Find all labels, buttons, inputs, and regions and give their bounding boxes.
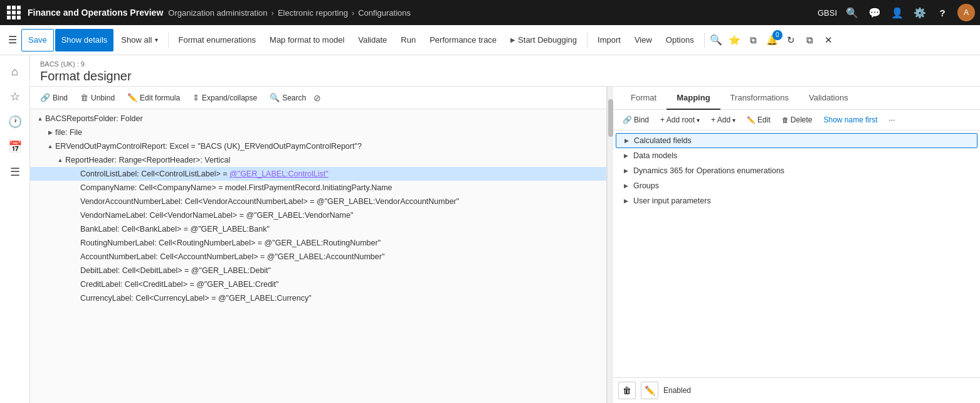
add-root-dropdown-arrow: ▾ xyxy=(697,117,700,124)
expand-icon: ⇕ xyxy=(192,93,199,102)
add-dropdown-arrow: ▾ xyxy=(732,117,735,124)
tree-toggle-icon[interactable]: ▲ xyxy=(55,155,65,165)
show-name-first-button[interactable]: Show name first xyxy=(819,114,882,126)
view-button[interactable]: View xyxy=(628,29,658,51)
filter-icon-left[interactable]: ⊘ xyxy=(313,93,321,103)
mapping-bind-button[interactable]: 🔗 Bind xyxy=(618,114,653,126)
tree-item[interactable]: CompanyName: Cell<CompanyName> = model.F… xyxy=(30,181,606,195)
show-all-button[interactable]: Show all ▾ xyxy=(115,29,164,51)
more-options-button[interactable]: ··· xyxy=(885,114,900,126)
top-navigation: Finance and Operations Preview Organizat… xyxy=(0,0,980,25)
tree-item[interactable]: ▶ file: File xyxy=(30,126,606,139)
ds-item-calculated-fields[interactable]: ▶ Calculated fields xyxy=(616,133,977,148)
breadcrumb: Organization administration › Electronic… xyxy=(168,8,411,18)
sidebar-calendar-icon[interactable]: 📅 xyxy=(4,136,26,158)
tree-item[interactable]: ▲ BACSReportsFolder: Folder xyxy=(30,112,606,126)
ds-toggle-icon[interactable]: ▶ xyxy=(621,181,631,191)
edit-bottom-button[interactable]: ✏️ xyxy=(641,382,658,399)
ds-item-groups[interactable]: ▶ Groups xyxy=(613,178,980,193)
tab-format[interactable]: Format xyxy=(621,87,667,110)
import-button[interactable]: Import xyxy=(591,29,627,51)
favorite-icon[interactable]: ⭐ xyxy=(727,33,742,48)
save-button[interactable]: Save xyxy=(21,29,54,51)
search-nav-icon[interactable]: 🔍 xyxy=(845,5,860,20)
tab-validations[interactable]: Validations xyxy=(799,87,858,110)
tree-toggle-icon[interactable]: ▲ xyxy=(35,114,45,124)
bind-button[interactable]: 🔗 Bind xyxy=(35,90,73,105)
edit-formula-button[interactable]: ✏️ Edit formula xyxy=(122,90,185,105)
formula-highlight: @"GER_LABEL:ControlList" xyxy=(229,169,329,178)
close-icon[interactable]: ✕ xyxy=(821,33,836,48)
tree-item[interactable]: DebitLabel: Cell<DebitLabel> = @"GER_LAB… xyxy=(30,264,606,277)
search-button[interactable]: 🔍 Search xyxy=(265,90,311,105)
toolbar-separator-2 xyxy=(587,33,587,48)
validate-button[interactable]: Validate xyxy=(352,29,393,51)
sidebar-icons: ⌂ ☆ 🕐 📅 ☰ xyxy=(0,55,30,403)
delete-bottom-button[interactable]: 🗑 xyxy=(618,382,636,399)
add-button[interactable]: + Add ▾ xyxy=(707,114,740,126)
tree-item[interactable]: CurrencyLabel: Cell<CurrencyLabel> = @"G… xyxy=(30,291,606,305)
delete-mapping-button[interactable]: 🗑 Delete xyxy=(777,114,817,126)
chat-icon[interactable]: 💬 xyxy=(867,5,882,20)
debug-icon: ▶ xyxy=(510,36,515,43)
ds-item-dynamics-enumerations[interactable]: ▶ Dynamics 365 for Operations enumeratio… xyxy=(613,163,980,178)
tree-toggle-icon[interactable]: ▶ xyxy=(45,127,55,137)
tree-item[interactable]: AccountNumberLabel: Cell<AccountNumberLa… xyxy=(30,250,606,264)
performance-trace-button[interactable]: Performance trace xyxy=(423,29,503,51)
org-label: GBSI xyxy=(818,8,837,18)
format-enumerations-button[interactable]: Format enumerations xyxy=(172,29,263,51)
breadcrumb-item-1[interactable]: Organization administration xyxy=(168,8,267,18)
run-button[interactable]: Run xyxy=(394,29,422,51)
avatar[interactable]: A xyxy=(957,4,975,21)
sidebar-favorites-icon[interactable]: ☆ xyxy=(4,85,26,108)
search-fmt-icon: 🔍 xyxy=(270,93,280,102)
refresh-icon[interactable]: ↻ xyxy=(784,33,799,48)
tree-item[interactable]: ▲ ERVendOutPaymControlReport: Excel = "B… xyxy=(30,139,606,153)
tree-item[interactable]: CreditLabel: Cell<CreditLabel> = @"GER_L… xyxy=(30,277,606,291)
help-icon[interactable]: ? xyxy=(935,5,950,20)
tab-bar: Format Mapping Transformations Validatio… xyxy=(613,87,980,110)
sidebar-recent-icon[interactable]: 🕐 xyxy=(4,110,26,133)
expand-icon[interactable]: ⧉ xyxy=(746,33,761,48)
edit-mapping-button[interactable]: ✏️ Edit xyxy=(742,114,775,126)
ds-toggle-icon[interactable]: ▶ xyxy=(621,136,631,146)
bind-icon: 🔗 xyxy=(40,93,50,102)
open-new-icon[interactable]: ⧉ xyxy=(803,33,818,48)
tree-item[interactable]: BankLabel: Cell<BankLabel> = @"GER_LABEL… xyxy=(30,222,606,236)
start-debugging-button[interactable]: ▶ Start Debugging xyxy=(504,29,583,51)
ds-toggle-icon[interactable]: ▶ xyxy=(621,166,631,176)
tree-toggle-icon[interactable]: ▲ xyxy=(45,141,55,151)
tree-item-selected[interactable]: ControlListLabel: Cell<ControlListLabel>… xyxy=(30,167,606,181)
unbind-button[interactable]: 🗑 Unbind xyxy=(75,90,120,105)
settings-icon[interactable]: ⚙️ xyxy=(912,5,927,20)
hamburger-menu-icon[interactable]: ☰ xyxy=(5,33,20,48)
sidebar-home-icon[interactable]: ⌂ xyxy=(4,60,26,83)
person-icon[interactable]: 👤 xyxy=(890,5,905,20)
tree-item[interactable]: VendorAccountNumberLabel: Cell<VendorAcc… xyxy=(30,195,606,208)
ds-item-data-models[interactable]: ▶ Data models xyxy=(613,148,980,163)
tree-item[interactable]: VendorNameLabel: Cell<VendorNameLabel> =… xyxy=(30,208,606,222)
expand-collapse-button[interactable]: ⇕ Expand/collapse xyxy=(187,90,262,105)
add-root-button[interactable]: + Add root ▾ xyxy=(656,114,704,126)
tree-item[interactable]: ▲ ReportHeader: Range<ReportHeader>: Ver… xyxy=(30,153,606,167)
sidebar-list-icon[interactable]: ☰ xyxy=(4,161,26,183)
ds-toggle-icon[interactable]: ▶ xyxy=(621,151,631,161)
scrollbar-thumb[interactable] xyxy=(608,99,613,137)
breadcrumb-item-2[interactable]: Electronic reporting xyxy=(278,8,348,18)
breadcrumb-item-3[interactable]: Configurations xyxy=(358,8,411,18)
apps-button[interactable] xyxy=(5,4,23,21)
ds-toggle-icon[interactable]: ▶ xyxy=(621,196,631,206)
enabled-label: Enabled xyxy=(663,386,691,395)
tree-item[interactable]: RoutingNumberLabel: Cell<RoutingNumberLa… xyxy=(30,236,606,250)
options-button[interactable]: Options xyxy=(660,29,700,51)
map-format-to-model-button[interactable]: Map format to model xyxy=(263,29,350,51)
show-details-button[interactable]: Show details xyxy=(55,29,114,51)
tab-transformations[interactable]: Transformations xyxy=(720,87,799,110)
mapping-toolbar: 🔗 Bind + Add root ▾ + Add ▾ ✏️ Edit xyxy=(613,110,980,131)
toolbar-separator-3 xyxy=(704,33,705,48)
tab-mapping[interactable]: Mapping xyxy=(667,87,720,110)
vertical-scrollbar[interactable] xyxy=(607,87,613,403)
ds-item-user-input-params[interactable]: ▶ User input parameters xyxy=(613,193,980,208)
format-toolbar: 🔗 Bind 🗑 Unbind ✏️ Edit formula ⇕ Expand… xyxy=(30,87,606,109)
search-toolbar-icon[interactable]: 🔍 xyxy=(709,33,724,48)
